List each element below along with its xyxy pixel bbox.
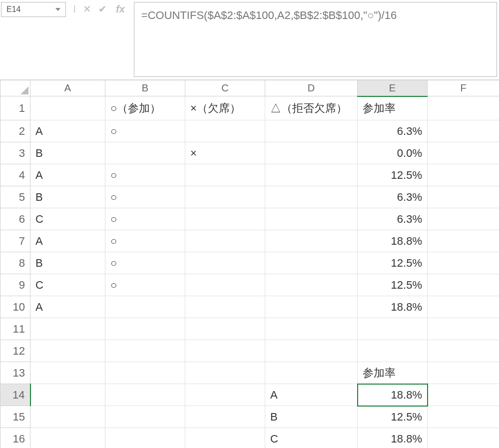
fx-icon[interactable]: fx	[114, 3, 130, 15]
cell-E14[interactable]: 18.8%	[358, 384, 428, 406]
dropdown-icon[interactable]	[55, 8, 60, 11]
cell-F6[interactable]	[428, 208, 499, 230]
cell-A1[interactable]	[30, 96, 105, 120]
cell-C2[interactable]	[185, 120, 265, 142]
cell-C1[interactable]: ×（欠席）	[185, 96, 265, 120]
cell-E1[interactable]: 参加率	[358, 96, 428, 120]
cell-B6[interactable]: ○	[105, 208, 185, 230]
cell-B14[interactable]	[105, 384, 185, 406]
cell-E12[interactable]	[358, 340, 428, 362]
cell-A14[interactable]	[30, 384, 105, 406]
cell-E9[interactable]: 12.5%	[358, 274, 428, 296]
row-header[interactable]: 5	[0, 186, 30, 208]
cell-B13[interactable]	[105, 362, 185, 384]
enter-icon[interactable]: ✔	[98, 3, 107, 15]
col-header-F[interactable]: F	[428, 80, 499, 96]
cell-C5[interactable]	[185, 186, 265, 208]
cell-E3[interactable]: 0.0%	[358, 142, 428, 164]
col-header-E[interactable]: E	[358, 80, 428, 96]
cell-D16[interactable]: C	[265, 428, 358, 448]
row-header[interactable]: 16	[0, 428, 30, 448]
cell-B3[interactable]	[105, 142, 185, 164]
cell-C4[interactable]	[185, 164, 265, 186]
cell-C3[interactable]: ×	[185, 142, 265, 164]
cell-C8[interactable]	[185, 252, 265, 274]
cell-F5[interactable]	[428, 186, 499, 208]
cell-F14[interactable]	[428, 384, 499, 406]
cell-C9[interactable]	[185, 274, 265, 296]
cell-D9[interactable]	[265, 274, 358, 296]
cell-E16[interactable]: 18.8%	[358, 428, 428, 448]
cell-E15[interactable]: 12.5%	[358, 406, 428, 428]
cell-D7[interactable]	[265, 230, 358, 252]
cell-A12[interactable]	[30, 340, 105, 362]
row-header[interactable]: 1	[0, 96, 30, 120]
cell-A4[interactable]: A	[30, 164, 105, 186]
cell-C6[interactable]	[185, 208, 265, 230]
row-header[interactable]: 7	[0, 230, 30, 252]
cell-B16[interactable]	[105, 428, 185, 448]
cell-C14[interactable]	[185, 384, 265, 406]
cell-F10[interactable]	[428, 296, 499, 318]
cell-F7[interactable]	[428, 230, 499, 252]
formula-input[interactable]: =COUNTIFS($A$2:$A$100,A2,$B$2:$B$100,"○"…	[134, 2, 497, 77]
cell-B9[interactable]: ○	[105, 274, 185, 296]
row-header[interactable]: 15	[0, 406, 30, 428]
cell-A15[interactable]	[30, 406, 105, 428]
name-box[interactable]: E14	[1, 2, 66, 17]
cell-B12[interactable]	[105, 340, 185, 362]
cell-B10[interactable]	[105, 296, 185, 318]
cell-D15[interactable]: B	[265, 406, 358, 428]
cell-F13[interactable]	[428, 362, 499, 384]
cell-A2[interactable]: A	[30, 120, 105, 142]
cell-D8[interactable]	[265, 252, 358, 274]
cell-F15[interactable]	[428, 406, 499, 428]
cell-B4[interactable]: ○	[105, 164, 185, 186]
cell-D1[interactable]: △（拒否欠席）	[265, 96, 358, 120]
cell-E5[interactable]: 6.3%	[358, 186, 428, 208]
cell-B1[interactable]: ○（参加）	[105, 96, 185, 120]
row-header[interactable]: 4	[0, 164, 30, 186]
cell-D13[interactable]	[265, 362, 358, 384]
cell-E2[interactable]: 6.3%	[358, 120, 428, 142]
cell-A11[interactable]	[30, 318, 105, 340]
cell-F4[interactable]	[428, 164, 499, 186]
row-header[interactable]: 11	[0, 318, 30, 340]
cell-F1[interactable]	[428, 96, 499, 120]
row-header[interactable]: 13	[0, 362, 30, 384]
row-header[interactable]: 12	[0, 340, 30, 362]
select-all-corner[interactable]	[0, 80, 30, 96]
cell-F8[interactable]	[428, 252, 499, 274]
row-header[interactable]: 14	[0, 384, 30, 406]
col-header-D[interactable]: D	[265, 80, 358, 96]
cell-D14[interactable]: A	[265, 384, 358, 406]
cell-F2[interactable]	[428, 120, 499, 142]
cell-B8[interactable]: ○	[105, 252, 185, 274]
spreadsheet-grid[interactable]: A B C D E F 1○（参加）×（欠席）△（拒否欠席）参加率2A○6.3%…	[0, 80, 499, 448]
cell-B5[interactable]: ○	[105, 186, 185, 208]
cell-A16[interactable]	[30, 428, 105, 448]
cell-C11[interactable]	[185, 318, 265, 340]
row-header[interactable]: 2	[0, 120, 30, 142]
cell-F12[interactable]	[428, 340, 499, 362]
col-header-C[interactable]: C	[185, 80, 265, 96]
cell-A9[interactable]: C	[30, 274, 105, 296]
cell-A5[interactable]: B	[30, 186, 105, 208]
col-header-B[interactable]: B	[105, 80, 185, 96]
cell-A13[interactable]	[30, 362, 105, 384]
col-header-A[interactable]: A	[30, 80, 105, 96]
cell-C12[interactable]	[185, 340, 265, 362]
cell-B11[interactable]	[105, 318, 185, 340]
cell-F16[interactable]	[428, 428, 499, 448]
cancel-icon[interactable]: ✕	[83, 3, 91, 15]
cell-C16[interactable]	[185, 428, 265, 448]
row-header[interactable]: 10	[0, 296, 30, 318]
cell-F9[interactable]	[428, 274, 499, 296]
cell-E8[interactable]: 12.5%	[358, 252, 428, 274]
cell-C15[interactable]	[185, 406, 265, 428]
cell-B7[interactable]: ○	[105, 230, 185, 252]
row-header[interactable]: 8	[0, 252, 30, 274]
cell-C13[interactable]	[185, 362, 265, 384]
cell-D4[interactable]	[265, 164, 358, 186]
cell-D2[interactable]	[265, 120, 358, 142]
